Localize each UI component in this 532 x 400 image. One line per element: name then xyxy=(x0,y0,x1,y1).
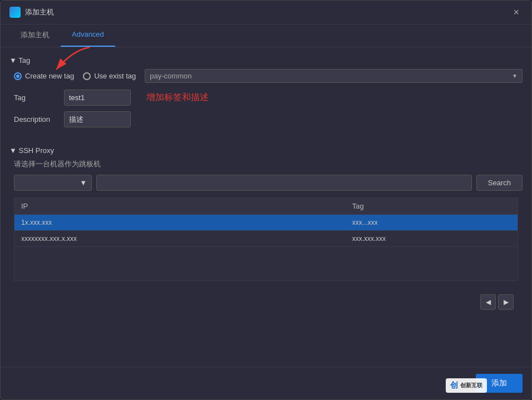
row-ip: 1x.xxx.xxx xyxy=(14,215,346,230)
tabs-bar: 添加主机 Advanced xyxy=(1,24,531,47)
next-page-button[interactable]: ▶ xyxy=(498,294,514,310)
table-row[interactable]: xxxxxxxx.xxx.x.xxx xxx.xxx.xxx xyxy=(14,231,518,247)
tag-options: Create new tag Use exist tag pay-common … xyxy=(9,69,523,83)
description-form-row: Description xyxy=(9,111,523,127)
search-button[interactable]: Search xyxy=(476,175,523,191)
app-icon xyxy=(9,7,21,18)
chevron-down-icon: ▼ xyxy=(512,73,518,79)
row-ip: xxxxxxxx.xxx.x.xxx xyxy=(14,231,346,246)
dialog-title: 添加主机 xyxy=(25,7,54,17)
close-button[interactable]: × xyxy=(510,6,523,18)
tag-section: ▼ Tag Create new tag Use exist tag pay-c… xyxy=(9,56,523,133)
dialog: 添加主机 × 添加主机 Advanced xyxy=(0,0,532,400)
dialog-content: ▼ Tag Create new tag Use exist tag pay-c… xyxy=(1,47,531,367)
radio-use-exist[interactable]: Use exist tag xyxy=(83,72,136,80)
radio-create-label: Create new tag xyxy=(25,72,74,80)
radio-create-icon xyxy=(14,72,22,80)
col-tag: Tag xyxy=(346,198,518,214)
ssh-search-input[interactable] xyxy=(96,175,472,191)
watermark-text: 创新互联 xyxy=(460,382,482,389)
radio-use-label: Use exist tag xyxy=(94,72,136,80)
chevron-down-icon: ▼ xyxy=(80,179,87,187)
table-row[interactable]: 1x.xxx.xxx xxx...xxx xyxy=(14,215,518,231)
dialog-footer: 添加 创 创新互联 xyxy=(1,367,531,399)
tag-label: Tag xyxy=(14,93,64,102)
ssh-dropdown[interactable]: ▼ xyxy=(14,175,92,191)
pagination: ◀ ▶ xyxy=(9,290,523,314)
watermark: 创 创新互联 xyxy=(446,378,487,393)
ssh-hint: 请选择一台机器作为跳板机 xyxy=(9,159,523,169)
col-ip: IP xyxy=(14,198,346,214)
tab-advanced[interactable]: Advanced xyxy=(61,24,115,47)
tag-input[interactable] xyxy=(64,90,131,106)
row-tag: xxx.xxx.xxx xyxy=(346,231,518,246)
title-bar-left: 添加主机 xyxy=(9,7,54,18)
description-input[interactable] xyxy=(64,111,131,127)
tab-add-host[interactable]: 添加主机 xyxy=(9,24,61,47)
ssh-proxy-header: ▼ SSH Proxy xyxy=(9,146,523,155)
table-empty-area xyxy=(14,247,518,280)
radio-use-icon xyxy=(83,72,91,80)
description-label: Description xyxy=(14,115,64,124)
tag-dropdown-value: pay-common xyxy=(150,72,191,80)
row-tag: xxx...xxx xyxy=(346,215,518,230)
ssh-proxy-section: ▼ SSH Proxy 请选择一台机器作为跳板机 ▼ Search IP Tag xyxy=(9,146,523,281)
ssh-controls: ▼ Search xyxy=(9,175,523,191)
radio-create-new[interactable]: Create new tag xyxy=(14,72,74,80)
table-header: IP Tag xyxy=(14,198,518,215)
prev-page-button[interactable]: ◀ xyxy=(480,294,496,310)
annotation-text: 增加标签和描述 xyxy=(146,92,209,103)
title-bar: 添加主机 × xyxy=(1,1,531,24)
tag-form-row: Tag 增加标签和描述 xyxy=(9,90,523,106)
tag-dropdown[interactable]: pay-common ▼ xyxy=(145,69,523,83)
ssh-table: IP Tag 1x.xxx.xxx xxx...xxx xxxxxxxx.xxx… xyxy=(14,197,518,281)
tag-section-header: ▼ Tag xyxy=(9,56,523,65)
